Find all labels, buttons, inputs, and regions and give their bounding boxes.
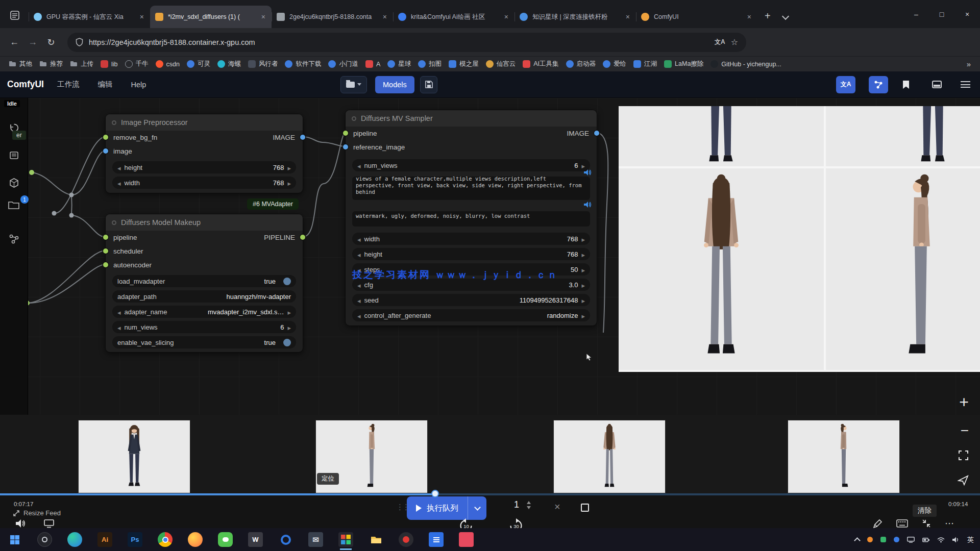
input-pin[interactable] — [103, 135, 108, 140]
decrement-icon[interactable] — [117, 179, 121, 187]
input-pin[interactable] — [343, 131, 348, 136]
taskbar-edge[interactable] — [67, 532, 82, 547]
tab-close-icon[interactable]: × — [260, 13, 266, 21]
bookmark-item[interactable]: 软件下载 — [281, 58, 325, 70]
frame-thumbnail-4[interactable] — [788, 420, 900, 493]
taskbar-browser2[interactable] — [278, 532, 293, 547]
decrement-icon[interactable] — [117, 323, 121, 331]
frame-thumbnail-1[interactable] — [78, 420, 190, 493]
node-title-bar[interactable]: Diffusers Model Makeup — [106, 214, 303, 231]
sidebar-item-models[interactable] — [7, 176, 20, 189]
node-diffusers-model-makeup[interactable]: Diffusers Model Makeup pipeline PIPELINE… — [105, 214, 303, 353]
keyboard-icon[interactable] — [896, 519, 908, 528]
volume-icon[interactable] — [952, 537, 960, 543]
clear-queue-button[interactable]: × — [554, 501, 560, 513]
input-pin[interactable] — [103, 148, 108, 154]
bookmark-item[interactable]: 推荐 — [36, 58, 66, 70]
taskbar-notes[interactable] — [429, 532, 444, 547]
wifi-icon[interactable] — [937, 537, 945, 543]
increment-icon[interactable] — [581, 162, 585, 169]
bookmark-item[interactable]: AI工具集 — [519, 58, 562, 70]
speaker-icon[interactable] — [15, 519, 27, 528]
taskbar-file-explorer[interactable] — [369, 532, 383, 547]
toggle-knob[interactable] — [283, 278, 291, 285]
tab-workflow-active[interactable]: *i2mv_sdxl_diffusers (1) ( × — [150, 6, 272, 28]
tab-close-icon[interactable]: × — [625, 13, 631, 21]
tab-actions-icon[interactable] — [6, 7, 23, 24]
tray-expand-chevron[interactable] — [854, 537, 861, 544]
taskbar-active-app[interactable] — [338, 532, 353, 547]
bookmark-item[interactable]: GitHub - yichengup... — [707, 58, 785, 70]
send-button[interactable] — [958, 474, 969, 486]
more-options-icon[interactable]: ⋯ — [945, 518, 954, 529]
bookmark-item[interactable]: 小门道 — [325, 58, 362, 70]
widget-control-after-generate[interactable]: control_after_generaterandomize — [352, 309, 590, 321]
preview-image-side-view[interactable] — [826, 168, 980, 370]
bookmark-item[interactable]: A — [362, 58, 384, 70]
widget-seed[interactable]: seed1109499526317648 — [352, 294, 590, 306]
input-language-indicator[interactable]: 英 — [967, 535, 974, 544]
frame-thumbnail-3[interactable] — [553, 420, 666, 493]
bookmark-item[interactable]: 可灵 — [183, 58, 214, 70]
increment-icon[interactable] — [581, 235, 585, 243]
decrement-icon[interactable] — [357, 296, 361, 304]
taskbar-recorder[interactable] — [399, 532, 413, 547]
display-icon[interactable] — [44, 519, 54, 528]
node-title-bar[interactable]: Diffusers MV Sampler — [346, 110, 597, 127]
preview-image-back-view[interactable] — [619, 168, 824, 370]
url-text[interactable]: https://2ge4jcu6kqntbrj5-8188.container.… — [89, 38, 709, 46]
increment-icon[interactable] — [287, 179, 291, 187]
decrement-icon[interactable] — [357, 251, 361, 258]
bookmark-button[interactable] — [898, 76, 914, 93]
tab-container[interactable]: 2ge4jcu6kqntbrj5-8188.conta × — [272, 6, 393, 28]
taskbar-obs[interactable] — [37, 532, 52, 547]
increment-icon[interactable] — [287, 323, 291, 331]
bookmark-item[interactable]: 模之屋 — [445, 58, 482, 70]
speaker-icon[interactable] — [583, 169, 592, 176]
increment-icon[interactable] — [287, 308, 291, 316]
widget-adapter-path[interactable]: adapter_pathhuanngzh/mv-adapter — [112, 290, 296, 303]
new-tab-button[interactable]: + — [765, 10, 771, 22]
widget-load-mvadapter[interactable]: load_mvadaptertrue — [112, 275, 296, 287]
zoom-out-button[interactable]: − — [961, 422, 969, 439]
taskbar-illustrator[interactable]: Ai — [97, 532, 112, 547]
collapse-dot-icon[interactable] — [352, 116, 356, 121]
input-pin[interactable] — [103, 262, 108, 267]
bookmark-item[interactable]: lib — [97, 58, 121, 70]
translate-icon[interactable]: 文A — [715, 38, 725, 46]
tray-app-icon[interactable] — [894, 537, 899, 542]
zoom-in-button[interactable]: + — [959, 393, 969, 412]
widget-adapter-name[interactable]: adapter_namemvadapter_i2mv_sdxl.s… — [112, 306, 296, 318]
bookmark-item[interactable]: 江湖 — [630, 58, 660, 70]
window-minimize-button[interactable]: – — [903, 0, 929, 28]
run-queue-button[interactable]: 执行队列 — [407, 496, 486, 520]
input-pin[interactable] — [343, 144, 348, 149]
sidebar-item-workflows[interactable]: 1 — [7, 198, 20, 212]
increment-icon[interactable] — [581, 266, 585, 273]
start-button[interactable] — [7, 532, 22, 547]
tab-krita-comfyui[interactable]: krita&Comfyui Ai绘画 社区 × — [393, 6, 514, 28]
translate-button[interactable]: 文A — [836, 76, 855, 93]
menu-edit[interactable]: 编辑 — [97, 80, 112, 89]
bookmarks-overflow-chevron[interactable]: » — [963, 60, 975, 68]
taskbar-photoshop[interactable]: Ps — [128, 532, 142, 547]
pencil-icon[interactable] — [873, 519, 883, 529]
workflow-folder-button[interactable] — [340, 76, 367, 93]
forward-button[interactable]: → — [23, 33, 42, 52]
clipped-node-title[interactable]: er — [12, 131, 26, 140]
fullscreen-button[interactable] — [958, 450, 969, 461]
tray-display-icon[interactable] — [907, 537, 915, 543]
menu-workflow[interactable]: 工作流 — [57, 80, 80, 89]
input-pin[interactable] — [103, 235, 108, 240]
tab-close-icon[interactable]: × — [503, 13, 509, 21]
taskbar-firefox[interactable] — [188, 532, 203, 547]
batch-count-stepper[interactable]: 1 — [510, 499, 531, 510]
decrement-icon[interactable] — [357, 162, 361, 169]
clear-button[interactable]: 清除 — [913, 505, 937, 517]
bottom-panel-button[interactable] — [929, 76, 944, 93]
bookmark-item[interactable]: 仙宫云 — [482, 58, 520, 70]
widget-height[interactable]: height768 — [352, 248, 590, 260]
main-menu-button[interactable] — [958, 76, 973, 93]
preview-image-top-right[interactable] — [826, 106, 980, 166]
widget-height[interactable]: height768 — [112, 161, 296, 173]
